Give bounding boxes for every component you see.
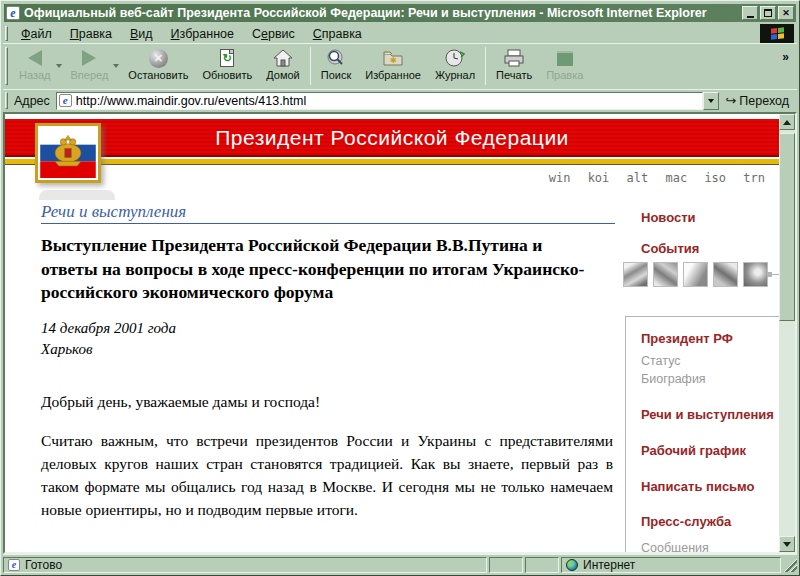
minimize-button[interactable] [742, 6, 758, 20]
article-paragraph: Считаю важным, что встречи президентов Р… [41, 430, 613, 522]
print-icon [503, 47, 525, 69]
encoding-link-mac[interactable]: mac [665, 171, 687, 185]
restore-button[interactable] [760, 6, 776, 20]
windows-flag-icon [771, 27, 784, 39]
sidebar-item-messages[interactable]: Сообщения [641, 541, 709, 552]
go-arrow-icon: ↪ [725, 93, 736, 108]
encoding-link-iso[interactable]: iso [704, 171, 726, 185]
menu-bar: Файл Правка Вид Избранное Сеервисрвис Сп… [3, 24, 797, 43]
stop-button[interactable]: ✕ Остановить [121, 44, 195, 88]
encoding-links: win koi alt mac iso trn [539, 171, 765, 185]
history-button[interactable]: Журнал [428, 44, 482, 88]
forward-button[interactable]: Вперед [64, 44, 116, 88]
site-title: Президент Российской Федерации [5, 126, 779, 150]
browser-window: e Официальный веб-сайт Президента Россий… [0, 0, 800, 576]
thumbnail-meeting[interactable] [653, 262, 678, 287]
addressbar-grip[interactable] [5, 92, 8, 109]
sidebar-item-biography[interactable]: Биография [641, 372, 706, 386]
toolbar-grip[interactable] [5, 47, 8, 85]
favorites-button[interactable]: ✱ Избранное [358, 44, 428, 88]
favorites-folder-icon: ✱ [382, 47, 404, 69]
window-title: Официальный веб-сайт Президента Российск… [24, 6, 740, 20]
window-resize-grip[interactable] [783, 558, 797, 572]
back-button[interactable]: Назад [12, 44, 58, 88]
internet-zone-globe-icon [566, 559, 578, 571]
menubar-grip[interactable] [5, 26, 8, 41]
menu-view[interactable]: Вид [121, 25, 162, 43]
document-icon: e [8, 559, 20, 571]
vertical-scrollbar[interactable] [779, 114, 795, 552]
encoding-link-win[interactable]: win [549, 171, 571, 185]
thumbnail-microphone[interactable] [743, 262, 768, 287]
connector-line [772, 274, 779, 316]
address-url: http://www.maindir.gov.ru/events/413.htm… [76, 94, 306, 108]
sidebar-item-press-service[interactable]: Пресс-служба [641, 514, 731, 529]
connector-line [625, 316, 779, 317]
svg-text:✱: ✱ [390, 56, 397, 65]
web-page: Президент Российской Федерации [5, 114, 779, 552]
toolbar-separator [485, 47, 486, 85]
status-pane-empty [489, 557, 523, 573]
sidebar-item-president[interactable]: Президент РФ [641, 331, 733, 346]
refresh-button[interactable]: ↻ Обновить [195, 44, 259, 88]
back-dropdown-arrow[interactable] [56, 64, 62, 68]
address-dropdown-button[interactable] [703, 92, 719, 110]
restore-icon [764, 9, 772, 17]
thumbnail-photos[interactable] [623, 262, 648, 287]
encoding-link-koi[interactable]: koi [588, 171, 610, 185]
home-button[interactable]: Домой [259, 44, 307, 88]
windows-logo [760, 24, 794, 43]
chevron-down-icon [708, 99, 714, 103]
menu-file[interactable]: Файл [12, 25, 61, 43]
back-icon [28, 47, 42, 69]
go-button[interactable]: ↪ Переход [719, 93, 797, 108]
forward-dropdown-arrow[interactable] [113, 64, 119, 68]
banner-gold-stripe [5, 159, 779, 165]
sidebar-item-status[interactable]: Статус [641, 354, 681, 368]
status-text: Готово [25, 558, 62, 572]
ie-app-icon: e [6, 6, 20, 20]
sidebar-item-write-letter[interactable]: Написать письмо [641, 479, 755, 494]
search-button[interactable]: Поиск [314, 44, 358, 88]
thumbnail-document[interactable] [683, 262, 708, 287]
sidebar-item-speeches[interactable]: Речи и выступления [641, 407, 774, 422]
home-icon [272, 47, 294, 69]
decorative-tab [39, 190, 115, 200]
toolbar-overflow-chevron[interactable]: » [782, 50, 789, 64]
minimize-icon [747, 16, 754, 18]
sidebar-menu-border [625, 316, 626, 552]
scrollbar-thumb[interactable] [779, 133, 795, 321]
refresh-icon: ↻ [220, 47, 234, 69]
close-button[interactable]: ✕ [778, 6, 794, 20]
edit-icon [557, 47, 573, 69]
sidebar-thumbnails [623, 262, 768, 287]
chevron-up-icon [783, 120, 791, 125]
toolbar-separator [310, 47, 311, 85]
scroll-down-button[interactable] [779, 536, 795, 552]
forward-icon [82, 47, 96, 69]
presidential-standard-image [35, 123, 101, 183]
browser-viewport: Президент Российской Федерации [3, 112, 797, 554]
thumbnail-pen[interactable] [713, 262, 738, 287]
menu-favorites[interactable]: Избранное [162, 25, 243, 43]
menu-edit[interactable]: Правка [61, 25, 121, 43]
address-bar: Адрес e http://www.maindir.gov.ru/events… [3, 89, 797, 111]
article-date: 14 декабря 2001 года [41, 318, 176, 339]
scroll-up-button[interactable] [779, 114, 795, 130]
address-input[interactable]: e http://www.maindir.gov.ru/events/413.h… [56, 92, 704, 110]
security-zone-pane: Интернет [561, 557, 781, 573]
encoding-link-alt[interactable]: alt [627, 171, 649, 185]
menu-help[interactable]: Справка [304, 25, 371, 43]
edit-button[interactable]: Правка [539, 44, 590, 88]
encoding-link-trn[interactable]: trn [743, 171, 765, 185]
chevron-down-icon [783, 542, 791, 547]
sidebar-item-schedule[interactable]: Рабочий график [641, 443, 746, 458]
menu-tools[interactable]: Сеервисрвис [243, 25, 304, 43]
title-bar: e Официальный веб-сайт Президента Россий… [4, 4, 796, 22]
section-divider [41, 223, 615, 224]
page-icon: e [59, 94, 72, 107]
site-banner: Президент Российской Федерации [5, 119, 779, 157]
sidebar-link-news[interactable]: Новости [641, 210, 696, 225]
sidebar-link-events[interactable]: События [641, 241, 699, 256]
print-button[interactable]: Печать [489, 44, 539, 88]
